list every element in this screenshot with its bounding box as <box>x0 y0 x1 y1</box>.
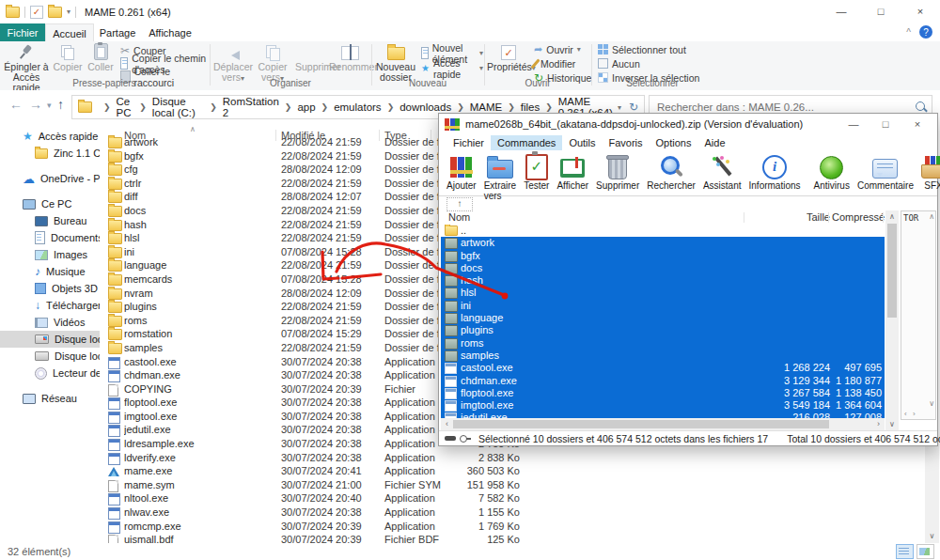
winrar-column-packed[interactable]: Compressé <box>832 211 882 223</box>
sidebar-item[interactable]: Disque local (C:) <box>0 331 100 348</box>
collapse-ribbon-icon[interactable]: ^ <box>906 27 911 38</box>
winrar-column-name[interactable]: Nom <box>448 211 470 223</box>
file-row[interactable]: nltool.exe 30/07/2024 20:40 Application … <box>100 491 940 506</box>
select-none-button[interactable]: Aucun <box>598 57 640 70</box>
sidebar-item[interactable]: Images <box>0 246 100 263</box>
scroll-left-icon[interactable]: ‹ <box>441 418 453 430</box>
tab-affichage[interactable]: Affichage <box>143 23 197 41</box>
sidebar-item[interactable]: ★ Accès rapide <box>0 128 100 145</box>
archive-row[interactable]: samples <box>441 350 885 362</box>
archive-row[interactable]: roms <box>441 337 885 350</box>
extract-button[interactable]: Extraire vers <box>480 153 520 202</box>
delete-archive-button[interactable]: Supprimer <box>592 153 643 192</box>
winrar-column-size[interactable]: Taille <box>749 211 830 223</box>
winrar-vertical-scrollbar[interactable]: ∧ ∨ <box>885 210 899 430</box>
tab-partage[interactable]: Partage <box>92 23 143 41</box>
up-icon[interactable]: ↑ <box>57 97 64 112</box>
winrar-horizontal-scrollbar[interactable]: ‹ › <box>441 418 885 430</box>
column-divider[interactable] <box>883 212 884 223</box>
add-button[interactable]: Ajouter <box>443 153 480 192</box>
scroll-right-icon[interactable]: › <box>913 410 916 418</box>
edit-button[interactable]: Modifier <box>534 57 575 70</box>
breadcrumb-segment[interactable]: ❯ emulators <box>316 96 382 118</box>
new-folder-quick-icon[interactable] <box>48 7 62 18</box>
winrar-menu-item[interactable]: Favoris <box>603 135 650 150</box>
archive-row[interactable]: castool.exe 1 268 224 497 695 <box>441 362 885 374</box>
breadcrumb-segment[interactable]: ❯ RomStation 2 <box>204 96 279 118</box>
open-button[interactable]: ➦ Ouvrir▾ <box>534 43 581 55</box>
antivirus-button[interactable]: Antivirus <box>810 153 854 192</box>
sidebar-item[interactable]: Documents <box>0 229 100 246</box>
scroll-right-icon[interactable]: › <box>872 418 885 430</box>
address-dropdown-icon[interactable]: ▾ <box>618 103 621 112</box>
column-divider[interactable] <box>828 212 829 223</box>
new-folder-button[interactable]: Nouveau dossier <box>374 42 417 83</box>
quick-access-button[interactable]: ★ Accès rapide▾ <box>421 62 483 74</box>
archive-row[interactable]: ini <box>441 300 885 312</box>
tab-accueil[interactable]: Accueil <box>45 23 94 42</box>
file-row[interactable]: nlwav.exe 30/07/2024 20:38 Application 1… <box>100 506 940 520</box>
scrollbar-thumb[interactable] <box>453 420 829 428</box>
winrar-up-button[interactable]: ↑ <box>446 197 473 211</box>
winrar-menu-item[interactable]: Aide <box>697 135 731 150</box>
winrar-close-button[interactable]: × <box>901 114 933 133</box>
refresh-icon[interactable]: ↻ <box>629 101 638 114</box>
archive-row[interactable]: .. <box>441 225 885 237</box>
winrar-minimize-button[interactable]: — <box>838 114 870 133</box>
info-button[interactable]: i Informations <box>745 153 805 192</box>
sidebar-item[interactable]: ♪ Musique <box>0 263 100 280</box>
sidebar-item[interactable]: Lecteur de CD (G:) <box>0 365 100 381</box>
winrar-maximize-button[interactable]: □ <box>870 114 901 133</box>
wizard-button[interactable]: Assistant <box>699 153 745 192</box>
scroll-down-icon[interactable]: ∨ <box>885 418 899 430</box>
sidebar-item[interactable]: Zinc 1.1 Complete <box>0 145 100 162</box>
rename-button[interactable]: Renommer <box>329 42 370 72</box>
select-all-button[interactable]: Sélectionner tout <box>598 43 686 55</box>
sidebar-item[interactable]: Objets 3D <box>0 280 100 297</box>
tab-fichier[interactable]: Fichier <box>0 23 45 41</box>
scroll-up-icon[interactable]: ∧ <box>929 212 934 221</box>
breadcrumb-segment[interactable]: ❯ Disque local (C:) <box>133 96 204 118</box>
close-button[interactable]: × <box>901 0 940 23</box>
winrar-menu-item[interactable]: Outils <box>562 135 602 150</box>
scroll-up-icon[interactable]: ∧ <box>885 210 899 223</box>
archive-row[interactable]: artwork <box>441 237 885 249</box>
scroll-left-icon[interactable]: ‹ <box>904 410 907 418</box>
winrar-comment-panel[interactable]: TOR ∧ ∨ ‹ › <box>901 210 936 420</box>
scroll-down-icon[interactable]: ∨ <box>929 399 934 408</box>
customize-quick-access-icon[interactable]: ▾ <box>67 8 70 16</box>
file-row[interactable]: ldverify.exe 30/07/2024 20:38 Applicatio… <box>100 451 940 465</box>
winrar-menu-item[interactable]: Commandes <box>491 135 562 150</box>
explorer-scrollbar[interactable]: ∨ <box>925 443 939 543</box>
back-icon[interactable]: ← <box>9 97 23 112</box>
details-view-button[interactable] <box>896 544 914 559</box>
winrar-menu-item[interactable]: Fichier <box>446 135 491 150</box>
file-row[interactable]: romcmp.exe 30/07/2024 20:39 Application … <box>100 520 940 534</box>
archive-row[interactable]: docs <box>441 262 885 274</box>
archive-row[interactable]: hash <box>441 274 885 287</box>
maximize-button[interactable]: □ <box>861 0 901 23</box>
archive-row[interactable]: chdman.exe 3 129 344 1 180 877 <box>441 375 885 387</box>
sfx-button[interactable]: SFX <box>917 153 940 192</box>
forward-icon[interactable]: → <box>29 97 42 112</box>
column-divider[interactable] <box>744 212 744 223</box>
properties-button[interactable]: ✓ Propriétés▾ <box>487 42 530 73</box>
test-button[interactable]: ✓ Tester <box>520 153 553 192</box>
sidebar-item[interactable]: ☁ OneDrive - Personal <box>0 170 100 187</box>
paste-button[interactable]: Coller <box>85 42 117 72</box>
sidebar-item[interactable]: Vidéos <box>0 314 100 331</box>
archive-row[interactable]: bgfx <box>441 250 885 262</box>
find-button[interactable]: Rechercher <box>643 153 699 192</box>
scrollbar-thumb[interactable] <box>887 224 897 318</box>
sidebar-item[interactable]: Réseau <box>0 390 100 407</box>
file-row[interactable]: mame.sym 30/07/2024 21:00 Fichier SYM 15… <box>100 478 940 492</box>
sidebar-item[interactable]: ↓ Téléchargements <box>0 297 100 314</box>
archive-row[interactable]: floptool.exe 3 267 584 1 138 450 <box>441 387 885 399</box>
sidebar-item[interactable]: Bureau <box>0 212 100 229</box>
archive-row[interactable]: language <box>441 312 885 324</box>
help-icon[interactable]: ? <box>919 25 932 39</box>
breadcrumb-segment[interactable]: ❯ Ce PC <box>98 96 133 118</box>
sidebar-item[interactable]: Disque local (D:) <box>0 348 100 365</box>
archive-row[interactable]: plugins <box>441 324 885 336</box>
archive-row[interactable]: hlsl <box>441 287 885 299</box>
